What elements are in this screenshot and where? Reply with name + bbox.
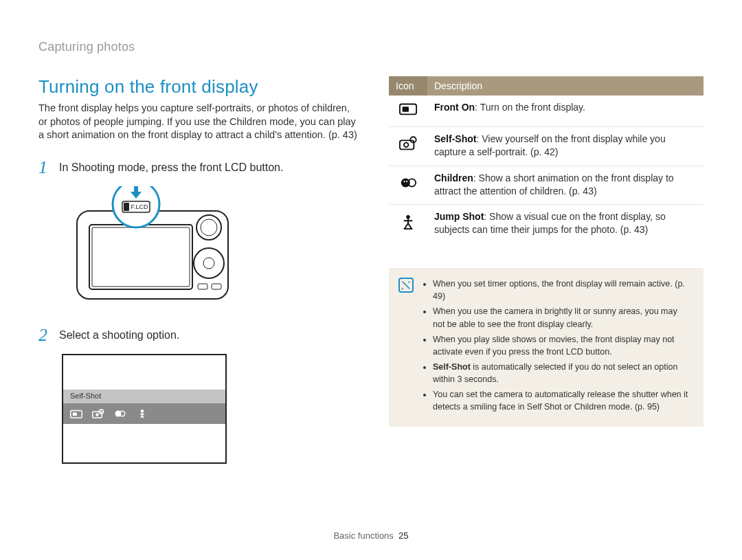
note-item: When you set timer options, the front di…	[433, 278, 691, 302]
table-row: Front On: Turn on the front display.	[389, 96, 704, 126]
footer-page-number: 25	[398, 530, 408, 541]
table-head-icon: Icon	[389, 76, 427, 96]
step-text: In Shooting mode, press the front LCD bu…	[59, 159, 283, 174]
page-footer: Basic functions 25	[0, 530, 742, 541]
jump-shot-icon	[399, 214, 417, 229]
menu-selected-label: Self-Shot	[63, 390, 225, 403]
svg-point-6	[203, 258, 214, 269]
step-1: 1 In Shooting mode, press the front LCD …	[38, 159, 360, 177]
note-item: Self-Shot is automatically selected if y…	[433, 361, 691, 385]
right-column: Icon Description Front On: Turn on the f…	[389, 76, 704, 464]
row-text: : Turn on the front display.	[475, 102, 585, 113]
note-icon	[398, 278, 414, 293]
svg-point-16	[95, 413, 99, 416]
children-icon	[399, 175, 417, 190]
row-label: Self-Shot	[434, 133, 476, 144]
svg-point-4	[201, 219, 217, 236]
table-head-description: Description	[427, 76, 704, 96]
step-number: 1	[38, 159, 51, 177]
note-item: You can set the camera to automatically …	[433, 388, 691, 413]
svg-rect-7	[198, 284, 207, 289]
svg-rect-21	[403, 107, 409, 111]
table-row: Children: Show a short animation on the …	[389, 166, 704, 205]
breadcrumb: Capturing photos	[38, 40, 704, 54]
svg-point-24	[404, 143, 409, 148]
children-icon	[114, 409, 126, 418]
self-shot-icon	[92, 409, 104, 418]
table-row: Self-Shot: View yourself on the front di…	[389, 126, 704, 166]
svg-point-19	[141, 410, 144, 413]
icon-description-table: Icon Description Front On: Turn on the f…	[389, 76, 704, 243]
step-text: Select a shooting option.	[59, 326, 179, 341]
step-2: 2 Select a shooting option.	[38, 326, 360, 344]
page-title: Turning on the front display	[38, 76, 360, 98]
step-number: 2	[38, 326, 51, 344]
note-item: When you play slide shows or movies, the…	[433, 333, 691, 358]
svg-point-28	[406, 181, 407, 182]
svg-point-27	[403, 181, 405, 182]
row-label: Children	[434, 172, 473, 183]
note-box: When you set timer options, the front di…	[389, 268, 704, 427]
menu-illustration: Self-Shot	[62, 354, 360, 464]
front-on-icon	[70, 409, 82, 418]
row-label: Front On	[434, 102, 475, 113]
svg-rect-13	[73, 413, 77, 416]
jump-shot-icon	[136, 409, 148, 418]
self-shot-icon	[399, 136, 417, 151]
row-label: Jump Shot	[434, 211, 484, 222]
flcd-label: F.LCD	[131, 203, 148, 210]
left-column: Turning on the front display The front d…	[38, 76, 360, 464]
table-row: Jump Shot: Show a visual cue on the fron…	[389, 205, 704, 243]
footer-section: Basic functions	[333, 530, 393, 541]
svg-rect-2	[92, 227, 190, 287]
intro-paragraph: The front display helps you capture self…	[38, 102, 360, 142]
svg-rect-8	[212, 284, 221, 289]
svg-rect-11	[124, 203, 129, 211]
camera-illustration: F.LCD	[62, 186, 360, 313]
note-item: When you use the camera in brightly lit …	[433, 305, 691, 330]
front-on-icon	[399, 101, 417, 116]
